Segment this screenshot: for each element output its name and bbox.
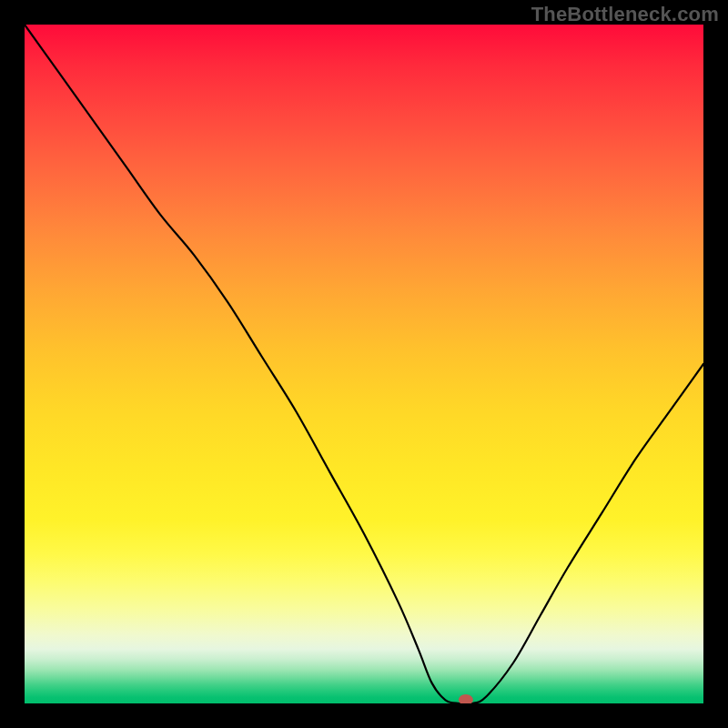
minimum-marker bbox=[459, 694, 473, 703]
plot-area bbox=[25, 25, 703, 703]
watermark-text: TheBottleneck.com bbox=[531, 3, 719, 26]
bottleneck-curve-path bbox=[25, 25, 703, 703]
bottleneck-curve-svg bbox=[25, 25, 703, 703]
chart-frame: TheBottleneck.com bbox=[0, 0, 728, 728]
